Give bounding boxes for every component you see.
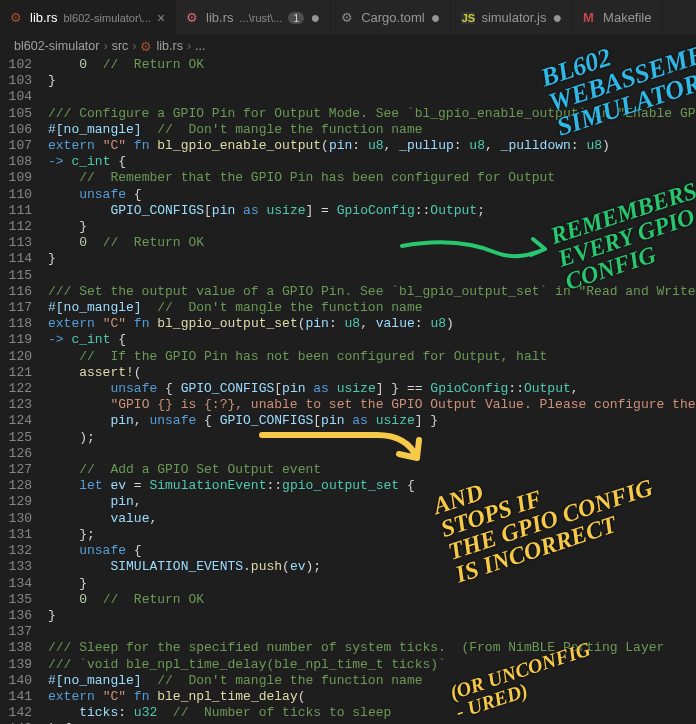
line-number: 114: [0, 251, 32, 267]
line-number: 134: [0, 576, 32, 592]
code-line[interactable]: value,: [48, 511, 696, 527]
code-line[interactable]: }: [48, 73, 696, 89]
code-line[interactable]: };: [48, 527, 696, 543]
code-line[interactable]: /// `void ble_npl_time_delay(ble_npl_tim…: [48, 657, 696, 673]
code-line[interactable]: extern "C" fn bl_gpio_output_set(pin: u8…: [48, 316, 696, 332]
code-line[interactable]: pin, unsafe { GPIO_CONFIGS[pin as usize]…: [48, 413, 696, 429]
line-number: 122: [0, 381, 32, 397]
code-line[interactable]: // If the GPIO Pin has not been configur…: [48, 349, 696, 365]
line-number: 125: [0, 430, 32, 446]
rust-icon: ⚙: [10, 10, 24, 25]
code-line[interactable]: unsafe {: [48, 543, 696, 559]
code-line[interactable]: SIMULATION_EVENTS.push(ev);: [48, 559, 696, 575]
code-content[interactable]: 0 // Return OK} /// Configure a GPIO Pin…: [48, 57, 696, 724]
line-number: 137: [0, 624, 32, 640]
breadcrumb-part[interactable]: src: [112, 39, 129, 53]
code-line[interactable]: [48, 89, 696, 105]
line-number: 118: [0, 316, 32, 332]
breadcrumb[interactable]: bl602-simulator › src › ⚙ lib.rs › ...: [0, 35, 696, 57]
line-number: 138: [0, 640, 32, 656]
modified-dot-icon: ●: [310, 10, 320, 26]
line-number: 129: [0, 494, 32, 510]
rust-icon: ⚙: [140, 39, 152, 54]
code-line[interactable]: 0 // Return OK: [48, 57, 696, 73]
line-number: 110: [0, 187, 32, 203]
code-line[interactable]: unsafe { GPIO_CONFIGS[pin as usize] } ==…: [48, 381, 696, 397]
tab-cargo-toml[interactable]: ⚙ Cargo.toml ●: [331, 0, 451, 35]
modified-dot-icon: ●: [431, 10, 441, 26]
code-line[interactable]: ticks: u32 // Number of ticks to sleep: [48, 705, 696, 721]
line-number: 112: [0, 219, 32, 235]
chevron-right-icon: ›: [103, 39, 107, 53]
line-number: 141: [0, 689, 32, 705]
line-number: 128: [0, 478, 32, 494]
line-number: 133: [0, 559, 32, 575]
line-number: 135: [0, 592, 32, 608]
tab-sublabel: ...\rust\...: [240, 12, 283, 24]
code-line[interactable]: /// Sleep for the specified number of sy…: [48, 640, 696, 656]
line-number: 123: [0, 397, 32, 413]
code-line[interactable]: #[no_mangle] // Don't mangle the functio…: [48, 673, 696, 689]
code-line[interactable]: #[no_mangle] // Don't mangle the functio…: [48, 122, 696, 138]
line-number: 103: [0, 73, 32, 89]
close-icon[interactable]: ×: [157, 11, 165, 25]
breadcrumb-part[interactable]: ...: [195, 39, 205, 53]
code-line[interactable]: /// Set the output value of a GPIO Pin. …: [48, 284, 696, 300]
editor-tabs: ⚙ lib.rs bl602-simulator\... × ⚙ lib.rs …: [0, 0, 696, 35]
line-number: 124: [0, 413, 32, 429]
line-number: 115: [0, 268, 32, 284]
line-number: 139: [0, 657, 32, 673]
code-line[interactable]: extern "C" fn ble_npl_time_delay(: [48, 689, 696, 705]
code-line[interactable]: /// Configure a GPIO Pin for Output Mode…: [48, 106, 696, 122]
line-number-gutter: 1021031041051061071081091101111121131141…: [0, 57, 48, 724]
code-line[interactable]: [48, 268, 696, 284]
chevron-right-icon: ›: [132, 39, 136, 53]
line-number: 119: [0, 332, 32, 348]
line-number: 126: [0, 446, 32, 462]
code-line[interactable]: );: [48, 430, 696, 446]
tab-lib-rs-simulator[interactable]: ⚙ lib.rs bl602-simulator\... ×: [0, 0, 176, 35]
code-line[interactable]: [48, 624, 696, 640]
code-line[interactable]: }: [48, 576, 696, 592]
code-line[interactable]: // Add a GPIO Set Output event: [48, 462, 696, 478]
code-line[interactable]: "GPIO {} is {:?}, unable to set the GPIO…: [48, 397, 696, 413]
line-number: 104: [0, 89, 32, 105]
makefile-icon: M: [583, 10, 597, 25]
code-line[interactable]: pin,: [48, 494, 696, 510]
tab-label: lib.rs: [30, 10, 57, 25]
tab-sublabel: bl602-simulator\...: [63, 12, 150, 24]
line-number: 117: [0, 300, 32, 316]
code-line[interactable]: let ev = SimulationEvent::gpio_output_se…: [48, 478, 696, 494]
code-line[interactable]: assert!(: [48, 365, 696, 381]
code-line[interactable]: }: [48, 608, 696, 624]
code-line[interactable]: }: [48, 219, 696, 235]
code-line[interactable]: // Remember that the GPIO Pin has been c…: [48, 170, 696, 186]
code-line[interactable]: -> c_int {: [48, 154, 696, 170]
code-line[interactable]: 0 // Return OK: [48, 592, 696, 608]
code-line[interactable]: }: [48, 251, 696, 267]
breadcrumb-part[interactable]: bl602-simulator: [14, 39, 99, 53]
modified-dot-icon: ●: [552, 10, 562, 26]
code-line[interactable]: 0 // Return OK: [48, 235, 696, 251]
tab-label: simulator.js: [481, 10, 546, 25]
code-line[interactable]: -> c_int {: [48, 332, 696, 348]
rust-icon: ⚙: [186, 10, 200, 25]
line-number: 140: [0, 673, 32, 689]
line-number: 121: [0, 365, 32, 381]
tab-simulator-js[interactable]: JS simulator.js ●: [451, 0, 573, 35]
code-line[interactable]: [48, 446, 696, 462]
code-line[interactable]: GPIO_CONFIGS[pin as usize] = GpioConfig:…: [48, 203, 696, 219]
line-number: 107: [0, 138, 32, 154]
line-number: 102: [0, 57, 32, 73]
code-editor[interactable]: 1021031041051061071081091101111121131141…: [0, 57, 696, 724]
tab-makefile[interactable]: M Makefile: [573, 0, 662, 35]
line-number: 116: [0, 284, 32, 300]
code-line[interactable]: extern "C" fn bl_gpio_enable_output(pin:…: [48, 138, 696, 154]
problems-badge: 1: [288, 12, 304, 24]
tab-label: Cargo.toml: [361, 10, 425, 25]
tab-lib-rs-rust[interactable]: ⚙ lib.rs ...\rust\... 1 ●: [176, 0, 331, 35]
breadcrumb-part[interactable]: lib.rs: [156, 39, 182, 53]
code-line[interactable]: unsafe {: [48, 187, 696, 203]
tab-label: lib.rs: [206, 10, 233, 25]
code-line[interactable]: #[no_mangle] // Don't mangle the functio…: [48, 300, 696, 316]
